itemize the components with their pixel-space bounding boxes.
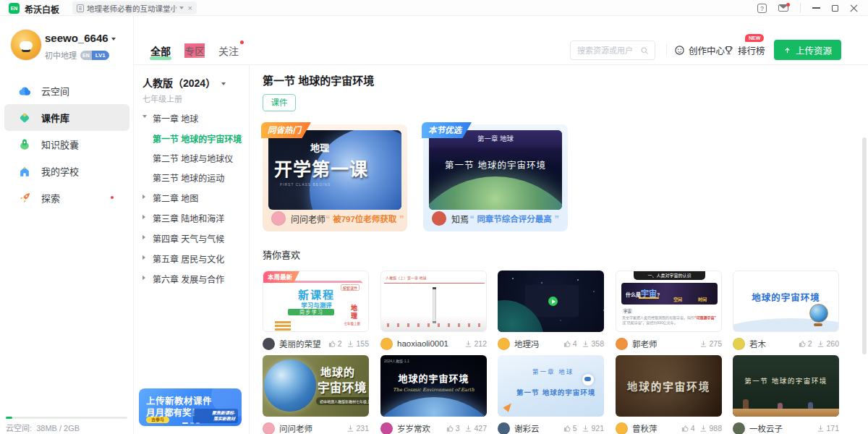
author-name[interactable]: 地理冯 [514, 338, 563, 349]
caret-right-icon[interactable] [142, 235, 145, 239]
play-icon[interactable] [548, 297, 558, 306]
sidebar-item-knowledge-capsule[interactable]: 知识胶囊 [4, 131, 129, 158]
author-name[interactable]: 郭老师 [632, 338, 699, 349]
download-icon[interactable] [464, 340, 472, 348]
sidebar-item-courseware-library[interactable]: 课件库 [4, 104, 129, 131]
like-icon[interactable] [446, 425, 454, 433]
scrollbar[interactable] [862, 135, 867, 434]
tab-all[interactable]: 全部 [150, 43, 171, 58]
featured-card-best[interactable]: 本节优选 第一章 地球 第一节 地球的宇宙环境 知焉 同章节综合评分最高 [423, 124, 568, 231]
like-icon[interactable] [328, 340, 336, 348]
download-icon[interactable] [346, 425, 354, 433]
resource-thumbnail[interactable]: 第一节 地球的宇宙环境 [733, 355, 839, 417]
author-name[interactable]: 美丽的荣望 [279, 338, 328, 349]
minimize-button[interactable] [812, 7, 820, 9]
resource-thumbnail[interactable]: 地球的 宇宙环境 初中地理人教版新教材七年级上册 [263, 355, 369, 417]
tree-chapter-2[interactable]: 第二章 地图 [134, 190, 250, 204]
author-name[interactable]: 知焉 [451, 213, 469, 225]
like-icon[interactable] [799, 340, 807, 348]
ranking-button[interactable]: 排行榜 [723, 43, 765, 57]
sidebar-item-my-school[interactable]: 我的学校 [4, 158, 129, 184]
like-icon[interactable] [681, 425, 689, 433]
promo-banner[interactable]: 上传新教材课件 月月都有奖！ 去参与 聚焦新课标·落实新教材 [139, 388, 242, 426]
caret-right-icon[interactable] [142, 195, 145, 199]
featured-card-hot[interactable]: 同省热门 地理 开学第一课 FIRST CLASS BEGINS 问问老师 被7… [263, 124, 407, 231]
caret-right-icon[interactable] [142, 255, 145, 260]
resource-card[interactable]: 地球的 宇宙环境 初中地理人教版新教材七年级上册 问问老师 231 [263, 355, 369, 434]
download-icon[interactable] [582, 425, 590, 433]
tree-section-1-1[interactable]: 第一节 地球的宇宙环境 [134, 130, 250, 145]
author-name[interactable]: 岁岁常欢 [397, 422, 446, 434]
user-avatar[interactable] [10, 29, 42, 61]
tree-chapter-1[interactable]: 第一章 地球 [134, 110, 250, 124]
resource-card[interactable]: 2024人教版·1.1 地球的宇宙环境 The Cosmic Environme… [380, 355, 487, 434]
resource-thumbnail[interactable]: 本周最新 配套课件 新课程 学习与测评 同 步 学 习 地理 七年级上册 [263, 271, 369, 332]
like-icon[interactable] [563, 425, 571, 433]
tree-chapter-5[interactable]: 第五章 居民与文化 [134, 250, 250, 265]
resource-thumbnail[interactable]: 第一章 地球 第一节 地球的宇宙环境 [498, 355, 604, 417]
carousel-dots[interactable] [182, 422, 200, 424]
featured-thumbnail[interactable]: 地理 开学第一课 FIRST CLASS BEGINS [268, 130, 401, 210]
caret-down-icon[interactable] [142, 115, 147, 118]
author-name[interactable]: 若木 [749, 338, 799, 349]
help-icon[interactable]: ? [757, 4, 767, 13]
author-name[interactable]: 问问老师 [279, 422, 346, 434]
textbook-edition-selector[interactable]: 人教版（2024） [142, 75, 226, 90]
author-name[interactable]: 谢彩云 [514, 422, 563, 434]
tab-zone[interactable]: 专区 [184, 43, 205, 58]
mail-icon[interactable] [778, 4, 788, 12]
featured-thumbnail[interactable]: 第一章 地球 第一节 地球的宇宙环境 [429, 130, 562, 210]
resource-card[interactable]: 一、人类对宇宙的认识 什么是宇宙? 空间 时间 宇宙 天文学家把人类已经观测到的… [616, 271, 722, 350]
thumb-pill: 初中地理人教版新教材七年级上册 [316, 397, 369, 405]
tab-following[interactable]: 关注 [218, 43, 239, 58]
author-name[interactable]: 曾秋萍 [632, 422, 681, 434]
author-name[interactable]: 一枚云子 [749, 422, 817, 434]
filter-tag-courseware[interactable]: 课件 [263, 94, 296, 111]
resource-thumbnail[interactable]: 人教版（上）第一章 地球 [380, 271, 487, 332]
document-tab[interactable]: 地理老师必看的互动课堂小... × [72, 1, 197, 14]
resource-card[interactable]: 地球的宇宙环境 若木 2 260 [733, 271, 839, 350]
maximize-button[interactable] [832, 5, 838, 12]
search-box[interactable] [570, 41, 655, 60]
tab-close-icon[interactable]: × [187, 4, 192, 12]
caret-right-icon[interactable] [142, 276, 145, 280]
download-icon[interactable] [817, 425, 825, 433]
sidebar-item-cloud-space[interactable]: 云空间 [4, 77, 129, 104]
close-button[interactable] [850, 4, 858, 12]
resource-thumbnail[interactable]: 地球的宇宙环境 [733, 271, 839, 332]
creator-center-button[interactable]: 创作中心 [674, 43, 725, 57]
tree-chapter-6[interactable]: 第六章 发展与合作 [134, 271, 250, 285]
search-input[interactable] [577, 42, 639, 59]
user-name[interactable]: seewo_6646 [45, 32, 116, 44]
resource-thumbnail[interactable]: 一、人类对宇宙的认识 什么是宇宙? 空间 时间 宇宙 天文学家把人类已经观测到的… [616, 271, 722, 332]
tree-chapter-3[interactable]: 第三章 陆地和海洋 [134, 210, 250, 224]
resource-card[interactable]: 地球的宇宙环境 曾秋萍 4 988 [616, 355, 722, 434]
download-icon[interactable] [699, 425, 707, 433]
resource-thumbnail[interactable]: 2024人教版·1.1 地球的宇宙环境 The Cosmic Environme… [380, 355, 487, 417]
sidebar-item-explore[interactable]: 探索 [4, 184, 129, 211]
banner-join-button[interactable]: 去参与 [146, 417, 169, 423]
scrollbar-thumb[interactable] [862, 137, 867, 354]
download-icon[interactable] [699, 340, 707, 348]
download-icon[interactable] [817, 340, 825, 348]
resource-thumbnail[interactable]: 地球的宇宙环境 [616, 355, 722, 417]
tree-section-1-2[interactable]: 第二节 地球与地球仪 [134, 150, 250, 164]
caret-right-icon[interactable] [142, 215, 145, 219]
tree-section-1-3[interactable]: 第三节 地球的运动 [134, 169, 250, 184]
resource-card[interactable]: 地理冯 4 358 [498, 271, 604, 350]
resource-card[interactable]: 人教版（上）第一章 地球 haoxiaoli0001 212 [380, 271, 487, 350]
resource-card[interactable]: 本周最新 配套课件 新课程 学习与测评 同 步 学 习 地理 七年级上册 美丽的… [263, 271, 369, 350]
like-icon[interactable] [563, 340, 571, 348]
resource-card[interactable]: 第一章 地球 第一节 地球的宇宙环境 谢彩云 5 921 [498, 355, 604, 434]
resource-card[interactable]: 第一节 地球的宇宙环境 一枚云子 171 [733, 355, 839, 434]
download-icon[interactable] [464, 425, 472, 433]
tree-chapter-4[interactable]: 第四章 天气与气候 [134, 230, 250, 244]
resource-thumbnail[interactable] [498, 271, 604, 332]
chevron-down-icon[interactable] [179, 7, 184, 9]
download-icon[interactable] [346, 340, 354, 348]
author-name[interactable]: haoxiaoli0001 [397, 339, 464, 348]
thumb-header: 人教版（上）第一章 地球 [386, 275, 426, 280]
upload-resource-button[interactable]: 上传资源 [774, 40, 841, 60]
download-icon[interactable] [582, 340, 590, 348]
author-name[interactable]: 问问老师 [291, 213, 326, 225]
